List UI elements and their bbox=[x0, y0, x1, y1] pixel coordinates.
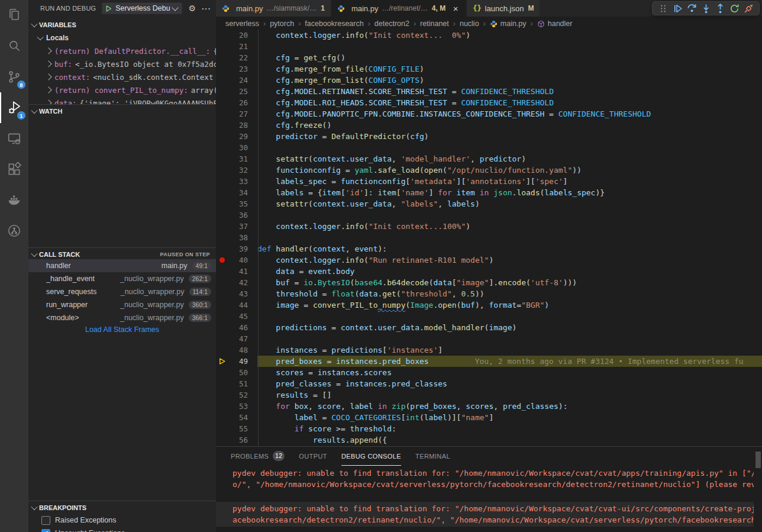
breakpoint-margin[interactable] bbox=[216, 412, 228, 423]
line-number[interactable]: 25 bbox=[228, 86, 257, 97]
line-number[interactable]: 31 bbox=[228, 153, 257, 165]
breakpoint-margin[interactable] bbox=[216, 434, 228, 446]
breadcrumb-item-detectron2[interactable]: detectron2 bbox=[374, 20, 409, 28]
breadcrumb-item-facebookresearch[interactable]: facebookresearch bbox=[305, 20, 363, 28]
code-line[interactable]: 41 data = event.body bbox=[216, 266, 762, 277]
code-line[interactable]: 31 setattr(context.user_data, 'model_han… bbox=[216, 153, 762, 165]
code-line[interactable]: 37 context.logger.info("Init context...1… bbox=[216, 221, 762, 232]
breakpoint-row[interactable]: Raised Exceptions bbox=[28, 514, 216, 527]
restart-button[interactable] bbox=[727, 2, 741, 15]
line-number[interactable]: 46 bbox=[228, 322, 257, 333]
code-line[interactable]: 38 bbox=[216, 232, 762, 243]
variables-section-header[interactable]: VARIABLES bbox=[28, 18, 216, 31]
panel-tab-problems[interactable]: PROBLEMS12 bbox=[231, 447, 285, 466]
breakpoint-margin[interactable] bbox=[216, 52, 228, 63]
line-number[interactable]: 39 bbox=[228, 243, 257, 254]
line-number[interactable]: 32 bbox=[228, 165, 257, 176]
breakpoint-margin[interactable] bbox=[216, 165, 228, 176]
breakpoint-margin[interactable] bbox=[216, 401, 228, 412]
line-number[interactable]: 38 bbox=[228, 232, 257, 243]
breakpoint-margin[interactable] bbox=[216, 344, 228, 356]
code-line[interactable]: 54 label = COCO_CATEGORIES[int(label)]["… bbox=[216, 412, 762, 423]
code-line[interactable]: 56 results.append({ bbox=[216, 434, 762, 446]
panel-tab-terminal[interactable]: TERMINAL bbox=[415, 447, 450, 466]
variable-row[interactable]: buf:<_io.BytesIO object at 0x7f5a2dc1ecc… bbox=[28, 57, 216, 70]
line-number[interactable]: 48 bbox=[228, 344, 257, 356]
breakpoint-margin[interactable] bbox=[216, 232, 228, 243]
activity-bar-item-source-control[interactable]: 8 bbox=[0, 62, 28, 92]
activity-bar-item-extensions[interactable] bbox=[0, 154, 28, 185]
scope-locals[interactable]: Locals bbox=[28, 31, 216, 44]
code-line[interactable]: 24 cfg.merge_from_list(CONFIG_OPTS) bbox=[216, 75, 762, 86]
step-out-button[interactable] bbox=[713, 2, 727, 15]
line-number[interactable]: 30 bbox=[228, 142, 257, 153]
breakpoints-section-header[interactable]: BREAKPOINTS bbox=[28, 501, 216, 514]
code-line[interactable]: 26 cfg.MODEL.ROI_HEADS.SCORE_THRESH_TEST… bbox=[216, 97, 762, 108]
console-message-block[interactable]: pydev debugger: unable to find translati… bbox=[216, 502, 754, 527]
breakpoint-margin[interactable] bbox=[216, 97, 228, 108]
code-line[interactable]: 25 cfg.MODEL.RETINANET.SCORE_THRESH_TEST… bbox=[216, 86, 762, 97]
start-debug-icon[interactable] bbox=[105, 5, 112, 12]
variable-row[interactable]: (return) DefaultPredictor.__call__:{'ins… bbox=[28, 44, 216, 57]
code-line[interactable]: 34 labels = {item['id']: item['name'] fo… bbox=[216, 187, 762, 198]
breakpoint-margin[interactable] bbox=[216, 120, 228, 131]
line-number[interactable]: 42 bbox=[228, 277, 257, 288]
code-line[interactable]: 40 context.logger.info("Run retinanet-R1… bbox=[216, 254, 762, 266]
line-number[interactable]: 45 bbox=[228, 311, 257, 322]
code-line[interactable]: 29 predictor = DefaultPredictor(cfg) bbox=[216, 131, 762, 142]
line-number[interactable]: 43 bbox=[228, 288, 257, 299]
breakpoint-margin[interactable] bbox=[216, 266, 228, 277]
code-line[interactable]: 23 cfg.merge_from_file(CONFIG_FILE) bbox=[216, 63, 762, 75]
line-number[interactable]: 50 bbox=[228, 367, 257, 378]
code-line[interactable]: 32 functionconfig = yaml.safe_load(open(… bbox=[216, 165, 762, 176]
line-number[interactable]: 23 bbox=[228, 63, 257, 75]
breakpoint-margin[interactable] bbox=[216, 153, 228, 165]
code-line[interactable]: 49 pred_boxes = instances.pred_boxesYou,… bbox=[216, 356, 762, 367]
line-number[interactable]: 21 bbox=[228, 41, 257, 52]
line-number[interactable]: 24 bbox=[228, 75, 257, 86]
continue-button[interactable] bbox=[670, 2, 684, 15]
breakpoint-icon[interactable] bbox=[216, 254, 228, 266]
line-number[interactable]: 51 bbox=[228, 378, 257, 389]
launch-config-dropdown[interactable]: Serverless Debu bbox=[102, 2, 182, 14]
editor-tab-main.py[interactable]: main.py…/siammask/…1 bbox=[216, 0, 331, 17]
breakpoint-margin[interactable] bbox=[216, 322, 228, 333]
breakpoint-margin[interactable] bbox=[216, 187, 228, 198]
line-number[interactable]: 44 bbox=[228, 299, 257, 311]
variable-row[interactable]: data:{'image': 'iVBORw0KGgoAAAANSUhE… 55 bbox=[28, 96, 216, 104]
code-line[interactable]: 35 setattr(context.user_data, "labels", … bbox=[216, 198, 762, 209]
watch-section-header[interactable]: WATCH bbox=[28, 104, 216, 117]
line-number[interactable]: 55 bbox=[228, 423, 257, 434]
debug-console-output[interactable]: pydev debugger: unable to find translati… bbox=[216, 466, 754, 532]
activity-bar-item-remote-explorer[interactable] bbox=[0, 123, 28, 154]
code-editor[interactable]: 20 context.logger.info("Init context... … bbox=[216, 30, 762, 446]
code-line[interactable]: 50 scores = instances.scores bbox=[216, 367, 762, 378]
breakpoint-margin[interactable] bbox=[216, 176, 228, 187]
code-line[interactable]: 36 bbox=[216, 209, 762, 221]
close-icon[interactable]: × bbox=[451, 4, 460, 14]
checkbox-unchecked[interactable] bbox=[41, 516, 50, 525]
breakpoint-margin[interactable] bbox=[216, 41, 228, 52]
gear-icon[interactable]: ⚙ bbox=[188, 4, 196, 12]
code-line[interactable]: 30 bbox=[216, 142, 762, 153]
call-stack-section-header[interactable]: CALL STACK PAUSED ON STEP bbox=[28, 247, 216, 260]
activity-bar-item-git-graph[interactable] bbox=[0, 215, 28, 246]
code-line[interactable]: 22 cfg = get_cfg() bbox=[216, 52, 762, 63]
breakpoint-margin[interactable] bbox=[216, 389, 228, 401]
code-line[interactable]: 33 labels_spec = functionconfig['metadat… bbox=[216, 176, 762, 187]
code-line[interactable]: 21 bbox=[216, 41, 762, 52]
stack-frame[interactable]: run_wrapper_nuclio_wrapper.py360:1 bbox=[28, 298, 216, 311]
editor-tab-launch.json[interactable]: {}launch.jsonM bbox=[467, 0, 540, 17]
panel-tab-debug-console[interactable]: DEBUG CONSOLE bbox=[341, 447, 401, 466]
stack-frame[interactable]: _handle_event_nuclio_wrapper.py262:1 bbox=[28, 272, 216, 285]
code-line[interactable]: 43 threshold = float(data.get("threshold… bbox=[216, 288, 762, 299]
code-line[interactable]: 48 instances = predictions['instances'] bbox=[216, 344, 762, 356]
line-number[interactable]: 28 bbox=[228, 120, 257, 131]
line-number[interactable]: 56 bbox=[228, 434, 257, 446]
breakpoint-margin[interactable] bbox=[216, 30, 228, 41]
code-line[interactable]: 46 predictions = context.user_data.model… bbox=[216, 322, 762, 333]
stack-frame[interactable]: handlermain.py49:1 bbox=[28, 259, 216, 272]
breakpoint-margin[interactable] bbox=[216, 243, 228, 254]
stack-frame[interactable]: <module>_nuclio_wrapper.py366:1 bbox=[28, 311, 216, 324]
line-number[interactable]: 49 bbox=[228, 356, 257, 367]
